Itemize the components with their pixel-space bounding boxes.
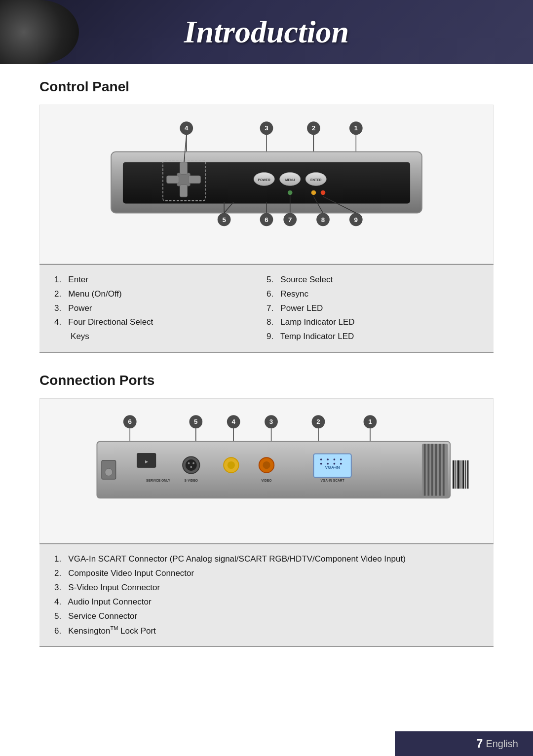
- svg-rect-101: [457, 460, 460, 489]
- svg-point-73: [190, 466, 192, 468]
- svg-rect-104: [465, 460, 466, 489]
- info-item-8: 8. Lamp Indicator LED: [266, 315, 479, 330]
- svg-text:2: 2: [316, 418, 320, 426]
- connection-ports-diagram: 6 5 4 3 2 1: [39, 398, 494, 543]
- svg-point-72: [192, 462, 194, 464]
- info-item-2: 2. Menu (On/Off): [54, 287, 266, 302]
- svg-text:POWER: POWER: [258, 178, 270, 182]
- info-item-6: 6. Resync: [266, 287, 479, 302]
- svg-point-86: [334, 463, 336, 465]
- svg-text:6: 6: [265, 216, 268, 224]
- svg-text:1: 1: [368, 418, 372, 426]
- svg-point-27: [311, 190, 316, 195]
- svg-text:4: 4: [231, 418, 235, 426]
- svg-point-80: [320, 458, 322, 460]
- ports-svg: 6 5 4 3 2 1: [50, 409, 483, 531]
- svg-point-83: [340, 458, 342, 460]
- svg-point-81: [327, 458, 329, 460]
- page-number: 7: [476, 737, 483, 751]
- info-col-left: 1. Enter 2. Menu (On/Off) 3. Power 4. Fo…: [54, 273, 266, 344]
- ports-info-item-5: 5. Service Connector: [54, 609, 479, 624]
- ports-info-table: 1. VGA-In SCART Connector (PC Analog sig…: [39, 543, 494, 647]
- control-panel-heading: Control Panel: [39, 79, 494, 95]
- ports-info-item-2: 2. Composite Video Input Connector: [54, 567, 479, 581]
- svg-point-85: [327, 463, 329, 465]
- main-content: Control Panel 4 3 2 1: [0, 64, 533, 686]
- svg-text:ENTER: ENTER: [310, 178, 322, 182]
- info-item-4: 4. Four Directional Select Keys: [54, 315, 266, 344]
- svg-text:6: 6: [128, 418, 132, 426]
- svg-text:2: 2: [312, 124, 315, 132]
- svg-text:▶: ▶: [145, 459, 149, 464]
- info-item-9: 9. Temp Indicator LED: [266, 330, 479, 344]
- svg-point-66: [105, 468, 113, 476]
- svg-text:8: 8: [321, 216, 325, 224]
- svg-text:4: 4: [185, 124, 189, 132]
- svg-text:3: 3: [269, 418, 273, 426]
- control-panel-diagram: 4 3 2 1: [39, 105, 494, 264]
- svg-text:SERVICE ONLY: SERVICE ONLY: [146, 479, 170, 482]
- svg-text:9: 9: [354, 216, 358, 224]
- svg-point-75: [228, 461, 235, 469]
- svg-rect-17: [167, 176, 179, 183]
- ports-info-item-1: 1. VGA-In SCART Connector (PC Analog sig…: [54, 552, 479, 567]
- connection-ports-section: Connection Ports 6 5: [39, 373, 494, 647]
- svg-text:7: 7: [288, 216, 292, 224]
- svg-text:VIDEO: VIDEO: [262, 479, 272, 482]
- svg-rect-64: [97, 442, 450, 498]
- svg-point-87: [340, 463, 342, 465]
- svg-rect-102: [460, 460, 461, 489]
- info-item-7: 7. Power LED: [266, 302, 479, 316]
- svg-rect-100: [456, 460, 457, 489]
- svg-text:S-VIDEO: S-VIDEO: [185, 479, 198, 482]
- svg-text:VGA-IN SCART: VGA-IN SCART: [321, 479, 344, 482]
- svg-text:1: 1: [354, 124, 358, 132]
- info-item-5: 5. Source Select: [266, 273, 479, 287]
- control-panel-section: Control Panel 4 3 2 1: [39, 79, 494, 353]
- svg-point-84: [320, 463, 322, 465]
- page-title: Introduction: [184, 14, 349, 50]
- svg-rect-16: [180, 185, 187, 197]
- svg-text:3: 3: [265, 124, 268, 132]
- svg-point-28: [321, 190, 326, 195]
- svg-rect-15: [180, 162, 187, 174]
- info-item-3: 3. Power: [54, 302, 266, 316]
- svg-rect-103: [462, 460, 464, 489]
- svg-text:MENU: MENU: [285, 178, 295, 182]
- control-panel-info-table: 1. Enter 2. Menu (On/Off) 3. Power 4. Fo…: [39, 264, 494, 353]
- svg-rect-99: [453, 460, 455, 489]
- svg-rect-18: [189, 176, 201, 183]
- ports-info-item-6: 6. KensingtonTM Lock Port: [54, 624, 479, 639]
- svg-rect-105: [467, 460, 469, 489]
- svg-point-70: [186, 459, 197, 471]
- control-panel-svg: 4 3 2 1: [50, 115, 483, 252]
- footer: 7 English: [395, 731, 533, 756]
- info-item-1: 1. Enter: [54, 273, 266, 287]
- svg-point-26: [288, 190, 293, 195]
- ports-info-item-4: 4. Audio Input Connector: [54, 595, 479, 609]
- svg-text:VGA-IN: VGA-IN: [325, 465, 340, 470]
- svg-point-77: [263, 461, 270, 469]
- language-label: English: [486, 738, 518, 750]
- header: Introduction: [0, 0, 533, 64]
- info-col-right: 5. Source Select 6. Resync 7. Power LED …: [266, 273, 479, 344]
- svg-text:5: 5: [194, 418, 198, 426]
- svg-point-71: [188, 462, 190, 464]
- connection-ports-heading: Connection Ports: [39, 373, 494, 388]
- svg-point-82: [334, 458, 336, 460]
- svg-text:5: 5: [222, 216, 226, 224]
- ports-info-item-3: 3. S-Video Input Connector: [54, 581, 479, 595]
